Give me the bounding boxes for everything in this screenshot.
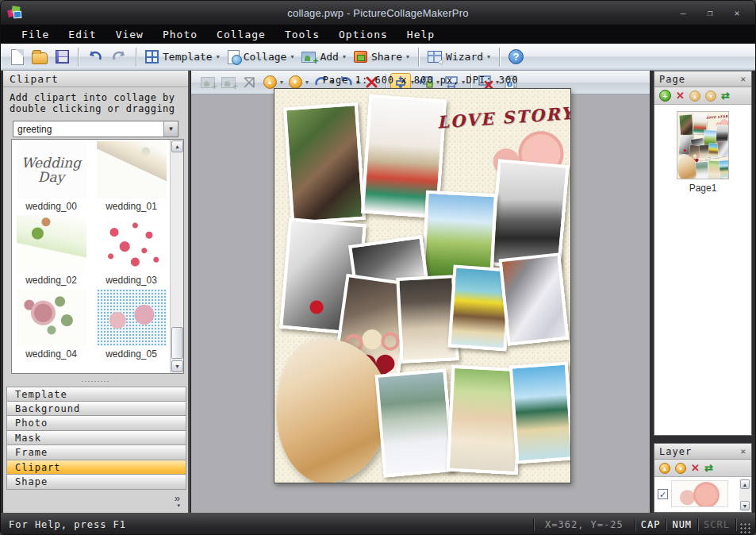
layer-panel-title: Layer [659, 446, 692, 457]
wizard-grid-icon [428, 51, 442, 63]
clipart-item-wedding_01[interactable]: wedding_01 [94, 141, 169, 212]
collage-button[interactable]: Collage ▾ [224, 46, 298, 68]
new-button[interactable] [7, 46, 28, 68]
dropdown-arrow-icon[interactable]: ▼ [163, 121, 178, 137]
help-button[interactable]: ? [505, 46, 528, 68]
clipart-item-wedding_05[interactable]: wedding_05 [94, 289, 169, 360]
clipart-thumb-wedding_01[interactable] [97, 141, 167, 198]
layer-down-button[interactable]: ▼ [675, 463, 686, 474]
maximize-button[interactable]: ❐ [701, 7, 719, 19]
window-title: collage.pwp - PictureCollageMakerPro [1, 7, 755, 19]
menu-view[interactable]: View [106, 27, 153, 42]
wizard-caret-icon: ▾ [487, 53, 490, 60]
accordion-item-template[interactable]: Template [6, 387, 186, 402]
menu-tools[interactable]: Tools [275, 27, 329, 42]
clipart-item-wedding_04[interactable]: wedding_04 [13, 289, 89, 360]
clipart-item-wedding_00[interactable]: WeddingDaywedding_00 [13, 141, 89, 212]
delete-layer-button[interactable]: ✕ [691, 463, 700, 474]
accordion-item-shape[interactable]: Shape [6, 475, 186, 490]
wizard-button[interactable]: Wizard ▾ [424, 46, 494, 68]
move-page-down-button[interactable]: ▼ [705, 90, 716, 102]
clipart-thumb-wedding_04[interactable] [17, 289, 86, 346]
page-thumbnail[interactable]: LOVE STORY❤ [677, 111, 729, 179]
page-panel-title: Page [659, 74, 685, 85]
scrollbar-thumb[interactable] [171, 327, 183, 359]
menu-file[interactable]: File [12, 27, 59, 42]
scroll-up-icon[interactable]: ▲ [171, 140, 183, 152]
menu-collage[interactable]: Collage [207, 27, 275, 42]
right-dock: Page ✕ + ✕ ▲ ▼ ⇄ LOVE STORY❤ Page1 Layer [650, 71, 756, 513]
layer-panel-close-icon[interactable]: ✕ [740, 446, 746, 456]
layer-scroll-down-icon[interactable]: ▼ [740, 501, 750, 510]
clipart-category-value: greeting [13, 124, 163, 135]
collage-element-beach-walk[interactable] [719, 160, 729, 178]
collage-element-bride-column[interactable] [498, 252, 569, 346]
layer-item[interactable]: ✓ [654, 477, 751, 507]
clipart-category-dropdown[interactable]: greeting ▼ [13, 121, 178, 137]
menu-photo[interactable]: Photo [153, 27, 207, 42]
share-caret-icon: ▾ [406, 53, 409, 60]
new-document-icon [11, 49, 24, 65]
layer-up-button[interactable]: ▲ [659, 463, 670, 474]
page-panel-close-icon[interactable]: ✕ [740, 74, 746, 84]
menu-edit[interactable]: Edit [59, 27, 106, 42]
clipart-label: wedding_01 [106, 201, 157, 212]
clipart-thumb-wedding_00[interactable]: WeddingDay [17, 141, 86, 198]
collage-element-kiss-couple[interactable] [679, 114, 693, 136]
clipart-item-wedding_02[interactable]: wedding_02 [13, 215, 89, 286]
collage-element-kiss-couple[interactable] [283, 102, 366, 225]
undo-button[interactable] [83, 46, 107, 68]
share-icon [354, 51, 367, 63]
clipart-scrollbar[interactable]: ▲ ▼ [170, 140, 183, 373]
redo-button[interactable] [107, 46, 131, 68]
layer-scroll-up-icon[interactable]: ▲ [740, 479, 750, 489]
template-caret-icon: ▾ [217, 53, 220, 60]
chevron-more-icon: » [6, 494, 180, 503]
delete-page-button[interactable]: ✕ [676, 90, 685, 102]
clipart-thumb-wedding_05[interactable] [97, 289, 167, 346]
collage-element-beach-cliff-kiss[interactable] [375, 368, 455, 477]
layer-visibility-checkbox[interactable]: ✓ [658, 489, 668, 499]
menu-help[interactable]: Help [397, 27, 444, 42]
template-button[interactable]: Template ▾ [141, 46, 224, 68]
panel-splitter-handle[interactable]: ········· [3, 379, 188, 385]
add-photo-icon [301, 52, 316, 63]
clipart-thumb-wedding_03[interactable] [97, 215, 167, 272]
refresh-layers-icon[interactable]: ⇄ [704, 463, 712, 474]
collage-element-beach-walk[interactable] [509, 362, 571, 464]
canvas-area: ▲ ▾ ▼ ▾ ▾ ▾ ▾ ▾ [191, 71, 650, 513]
accordion-item-background[interactable]: Background [6, 402, 186, 417]
page-thumbnail-label: Page1 [654, 183, 751, 194]
collage-element-bride-column[interactable] [717, 140, 729, 157]
share-button[interactable]: Share ▾ [350, 46, 413, 68]
resize-grip[interactable] [739, 522, 750, 533]
open-button[interactable] [28, 46, 52, 68]
clipart-item-wedding_03[interactable]: wedding_03 [94, 215, 169, 286]
scroll-down-icon[interactable]: ▼ [171, 360, 183, 372]
open-folder-icon [32, 52, 48, 64]
add-page-button[interactable]: + [659, 90, 671, 102]
layer-scrollbar[interactable]: ▲ ▼ [739, 479, 750, 511]
save-button[interactable] [52, 46, 73, 68]
minimize-button[interactable]: – [674, 7, 692, 19]
clipart-thumb-wedding_02[interactable] [17, 215, 86, 272]
accordion-item-photo[interactable]: Photo [6, 416, 186, 431]
refresh-pages-icon[interactable]: ⇄ [721, 90, 728, 102]
help-icon: ? [508, 49, 524, 64]
collage-page[interactable]: LOVE STORY❤ [274, 88, 571, 483]
add-button[interactable]: Add ▾ [297, 46, 350, 68]
scroll-lock-indicator: SCRL [698, 519, 735, 530]
menu-bar: File Edit View Photo Collage Tools Optio… [1, 25, 755, 44]
accordion-item-mask[interactable]: Mask [6, 431, 186, 446]
cursor-coordinates: X=362, Y=-25 [534, 519, 635, 530]
accordion-overflow-button[interactable]: » ▾ [6, 494, 186, 513]
move-page-up-button[interactable]: ▲ [689, 90, 700, 102]
page-info-label: Page 1: 600 x 800 px, DPI: 300 [191, 75, 650, 86]
panel-accordion: TemplateBackgroundPhotoMaskFrameClipartS… [6, 387, 186, 490]
close-button[interactable]: ✕ [728, 7, 746, 19]
status-help-text: For Help, press F1 [1, 519, 126, 530]
menu-options[interactable]: Options [329, 27, 397, 42]
accordion-item-frame[interactable]: Frame [6, 445, 186, 460]
clipart-panel: Clipart Add clipart into collage by doub… [3, 71, 190, 513]
accordion-item-clipart[interactable]: Clipart [6, 460, 186, 475]
